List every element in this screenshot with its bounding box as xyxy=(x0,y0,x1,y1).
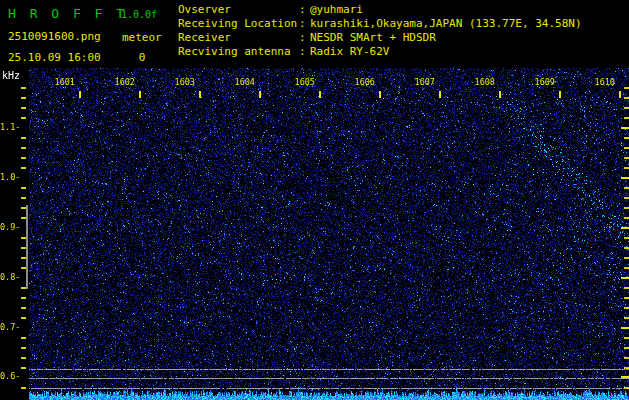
time-tick-mark xyxy=(379,91,381,98)
freq-tick-mark-right xyxy=(621,177,629,179)
freq-tick-mark-right xyxy=(621,327,629,329)
time-tick-mark xyxy=(439,91,441,98)
freq-minor-tick-left xyxy=(21,117,26,119)
time-tick-label: 1605 xyxy=(287,77,315,87)
freq-minor-tick-left xyxy=(21,87,26,89)
freq-minor-tick-left xyxy=(21,197,26,199)
freq-minor-tick-right xyxy=(624,367,629,369)
time-tick-mark xyxy=(499,91,501,98)
time-tick-mark xyxy=(259,91,261,98)
freq-minor-tick-right xyxy=(624,187,629,189)
time-tick-label: 1604 xyxy=(227,77,255,87)
freq-minor-tick-left xyxy=(21,187,26,189)
time-tick-label: 1608 xyxy=(467,77,495,87)
freq-minor-tick-right xyxy=(624,147,629,149)
freq-minor-tick-left xyxy=(21,317,26,319)
freq-minor-tick-right xyxy=(624,247,629,249)
freq-minor-tick-right xyxy=(624,87,629,89)
freq-minor-tick-left xyxy=(21,157,26,159)
freq-tick-label: 0.9- xyxy=(0,222,19,232)
freq-minor-tick-right xyxy=(624,257,629,259)
freq-minor-tick-left xyxy=(21,137,26,139)
frequency-unit-label: kHz xyxy=(2,70,20,81)
freq-minor-tick-right xyxy=(624,237,629,239)
freq-minor-tick-left xyxy=(21,347,26,349)
freq-tick-label: 0.8- xyxy=(0,272,19,282)
time-tick-mark xyxy=(139,91,141,98)
freq-minor-tick-right xyxy=(624,357,629,359)
freq-minor-tick-right xyxy=(624,287,629,289)
freq-minor-tick-left xyxy=(21,167,26,169)
freq-minor-tick-right xyxy=(624,117,629,119)
freq-minor-tick-right xyxy=(624,207,629,209)
freq-minor-tick-right xyxy=(624,197,629,199)
time-tick-label: 1606 xyxy=(347,77,375,87)
freq-minor-tick-left xyxy=(21,367,26,369)
freq-minor-tick-left xyxy=(21,337,26,339)
time-tick-label: 1607 xyxy=(407,77,435,87)
time-tick-label: 1602 xyxy=(107,77,135,87)
time-tick-mark xyxy=(79,91,81,98)
freq-minor-tick-right xyxy=(624,267,629,269)
freq-tick-label: 1.1- xyxy=(0,122,19,132)
left-edge-echo-line xyxy=(26,205,28,289)
freq-tick-mark-right xyxy=(621,127,629,129)
freq-minor-tick-right xyxy=(624,157,629,159)
time-tick-mark xyxy=(199,91,201,98)
freq-tick-mark-right xyxy=(621,376,629,378)
freq-minor-tick-right xyxy=(624,107,629,109)
freq-minor-tick-left xyxy=(21,297,26,299)
freq-minor-tick-right xyxy=(624,337,629,339)
time-tick-mark xyxy=(619,91,621,98)
time-tick-mark xyxy=(559,91,561,98)
freq-tick-label: 0.7- xyxy=(0,322,19,332)
freq-tick-label: 0.6- xyxy=(0,371,19,381)
time-tick-label: 1610 xyxy=(587,77,615,87)
time-tick-label: 1609 xyxy=(527,77,555,87)
time-tick-mark xyxy=(319,91,321,98)
freq-minor-tick-right xyxy=(624,307,629,309)
freq-tick-label: 1.0- xyxy=(0,172,19,182)
freq-minor-tick-right xyxy=(624,137,629,139)
axis-layer: 1601160216031604160516061607160816091610… xyxy=(0,0,629,400)
time-tick-label: 1601 xyxy=(47,77,75,87)
time-tick-label: 1603 xyxy=(167,77,195,87)
freq-minor-tick-left xyxy=(21,107,26,109)
freq-tick-mark-right xyxy=(621,227,629,229)
freq-minor-tick-left xyxy=(21,387,26,389)
freq-minor-tick-right xyxy=(624,297,629,299)
freq-minor-tick-left xyxy=(21,97,26,99)
freq-minor-tick-right xyxy=(624,387,629,389)
freq-tick-mark-right xyxy=(621,277,629,279)
freq-minor-tick-left xyxy=(21,307,26,309)
freq-minor-tick-right xyxy=(624,97,629,99)
hrofft-window: H R O F F T 1.0.0f 2510091600.png meteor… xyxy=(0,0,629,400)
freq-minor-tick-right xyxy=(624,347,629,349)
freq-minor-tick-right xyxy=(624,317,629,319)
freq-minor-tick-left xyxy=(21,147,26,149)
freq-minor-tick-right xyxy=(624,217,629,219)
freq-minor-tick-left xyxy=(21,357,26,359)
freq-minor-tick-right xyxy=(624,167,629,169)
